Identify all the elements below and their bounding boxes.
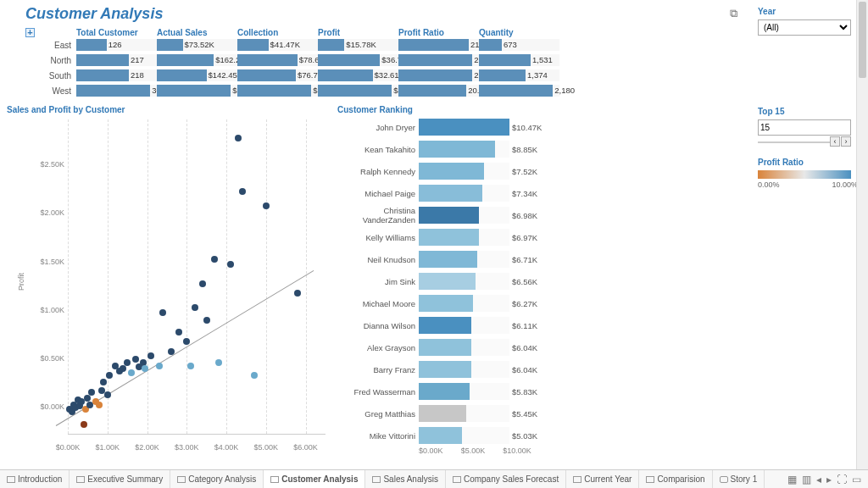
- scatter-point[interactable]: [120, 365, 126, 372]
- show-tabs-icon[interactable]: ▦: [787, 474, 797, 485]
- scatter-point[interactable]: [203, 317, 210, 324]
- sheet-tab[interactable]: Story 1: [713, 470, 765, 489]
- scatter-point[interactable]: [239, 188, 246, 195]
- rank-row[interactable]: Michael Moore$6.27K: [337, 292, 545, 314]
- rank-row[interactable]: Kean Takahito$8.85K: [337, 138, 545, 160]
- ranking-chart[interactable]: John Dryer$10.47KKean Takahito$8.85KRalp…: [337, 116, 545, 457]
- scatter-point[interactable]: [156, 363, 163, 369]
- rank-row[interactable]: Neil Knudson$6.71K: [337, 248, 545, 270]
- metric-row[interactable]: East126$73.52K$41.47K$15.78K21.46%673: [25, 37, 559, 53]
- rank-row[interactable]: Alex Grayson$6.04K: [337, 336, 545, 358]
- scatter-point[interactable]: [199, 280, 206, 287]
- y-axis-label: Profit: [17, 273, 25, 291]
- scatter-point[interactable]: [215, 359, 222, 366]
- rank-row[interactable]: Christina VanderZanden$6.98K: [337, 204, 545, 226]
- ranking-title: Customer Ranking: [337, 105, 545, 114]
- vertical-scrollbar[interactable]: [856, 0, 868, 469]
- scatter-point[interactable]: [124, 359, 131, 366]
- metric-header: Collection: [237, 28, 318, 37]
- scatter-point[interactable]: [132, 356, 139, 363]
- rank-row[interactable]: Jim Sink$6.56K: [337, 270, 545, 292]
- scatter-point[interactable]: [147, 352, 154, 359]
- slider-prev-icon[interactable]: ‹: [830, 136, 840, 147]
- sheet-icon: [453, 476, 461, 483]
- fullscreen-icon[interactable]: ⛶: [837, 474, 847, 485]
- sheet-icon: [372, 476, 381, 483]
- scatter-point[interactable]: [159, 309, 166, 316]
- present-icon[interactable]: ▭: [852, 474, 861, 485]
- sheet-tab[interactable]: Customer Analysis: [264, 470, 365, 489]
- metrics-panel: +Total CustomerActual SalesCollectionPro…: [25, 28, 751, 98]
- prev-icon[interactable]: ◂: [816, 474, 821, 485]
- sheet-icon: [646, 476, 654, 483]
- grid-icon[interactable]: ▥: [802, 474, 811, 485]
- topn-input[interactable]: [758, 119, 851, 136]
- scatter-point[interactable]: [175, 329, 182, 336]
- scatter-point[interactable]: [251, 372, 258, 379]
- metric-header: Profit Ratio: [398, 28, 479, 37]
- sheet-tab[interactable]: Executive Summary: [70, 470, 170, 489]
- scatter-title: Sales and Profit by Customer: [7, 105, 329, 114]
- sheet-tab[interactable]: Introduction: [0, 470, 70, 489]
- rank-row[interactable]: Kelly Williams$6.97K: [337, 226, 545, 248]
- sheet-icon: [7, 476, 15, 483]
- scatter-point[interactable]: [192, 304, 198, 311]
- sheet-icon: [177, 476, 186, 483]
- expand-icon[interactable]: +: [25, 28, 35, 37]
- metric-row[interactable]: West307$211.47K$97.65K$43.91K20.77%2,180: [25, 83, 559, 98]
- color-legend-label: Profit Ratio: [758, 158, 858, 167]
- sheet-tab[interactable]: Current Year: [566, 470, 639, 489]
- sheet-tab[interactable]: Company Sales Forecast: [446, 470, 566, 489]
- topn-slider[interactable]: ‹›: [758, 139, 851, 146]
- rank-row[interactable]: Greg Matthias$5.45K: [337, 402, 545, 424]
- scatter-point[interactable]: [294, 290, 301, 297]
- topn-label: Top 15: [758, 107, 858, 116]
- sheet-icon: [720, 476, 728, 483]
- scatter-point[interactable]: [84, 395, 91, 402]
- scatter-point[interactable]: [81, 421, 87, 428]
- metric-header: Profit: [318, 28, 398, 37]
- sheet-icon: [573, 476, 581, 483]
- scatter-point[interactable]: [235, 135, 242, 141]
- metric-row[interactable]: South218$142.45K$76.70K$32.61K22.89%1,37…: [25, 68, 559, 83]
- year-filter-label: Year: [758, 7, 858, 16]
- rank-row[interactable]: John Dryer$10.47K: [337, 116, 545, 138]
- scatter-point[interactable]: [263, 202, 270, 209]
- scatter-point[interactable]: [187, 363, 194, 369]
- scatter-point[interactable]: [183, 338, 190, 345]
- sheet-tab[interactable]: Comparision: [639, 470, 712, 489]
- slider-next-icon[interactable]: ›: [841, 136, 851, 147]
- metric-header: Total Customer: [76, 28, 157, 37]
- rank-row[interactable]: Ralph Kennedy$7.52K: [337, 160, 545, 182]
- scatter-point[interactable]: [106, 372, 113, 379]
- scatter-point[interactable]: [96, 402, 103, 408]
- sheet-tab[interactable]: Sales Analysis: [365, 470, 445, 489]
- scatter-plot[interactable]: Profit $0.00K$1.00K$2.00K$3.00K$4.00K$5.…: [24, 116, 329, 457]
- metric-header: Quantity: [479, 28, 559, 37]
- scatter-point[interactable]: [104, 391, 111, 398]
- sheet-tab[interactable]: Category Analysis: [170, 470, 264, 489]
- rank-row[interactable]: Dianna Wilson$6.11K: [337, 314, 545, 336]
- scatter-point[interactable]: [88, 389, 95, 396]
- scatter-point[interactable]: [211, 256, 218, 263]
- sheet-tabs: IntroductionExecutive SummaryCategory An…: [0, 469, 868, 488]
- year-select[interactable]: (All): [758, 19, 851, 36]
- metric-row[interactable]: North217$162.20K$78.69K$36.76K22.67%1,53…: [25, 53, 559, 68]
- page-title: Customer Analysis: [25, 5, 751, 23]
- rank-row[interactable]: Fred Wasserman$5.83K: [337, 380, 545, 402]
- popout-icon[interactable]: ⧉: [730, 7, 737, 20]
- sheet-icon: [76, 476, 85, 483]
- scatter-point[interactable]: [168, 348, 175, 355]
- scatter-point[interactable]: [227, 261, 234, 268]
- next-icon[interactable]: ▸: [826, 474, 832, 485]
- scatter-point[interactable]: [128, 369, 135, 376]
- color-legend-bar: [758, 170, 851, 179]
- sheet-icon: [270, 476, 279, 483]
- scatter-point[interactable]: [142, 365, 148, 372]
- metric-header: Actual Sales: [157, 28, 237, 37]
- rank-row[interactable]: Mike Vittorini$5.03K: [337, 424, 545, 446]
- scatter-point[interactable]: [100, 379, 107, 385]
- rank-row[interactable]: Barry Franz$6.04K: [337, 358, 545, 380]
- rank-row[interactable]: Michael Paige$7.34K: [337, 182, 545, 204]
